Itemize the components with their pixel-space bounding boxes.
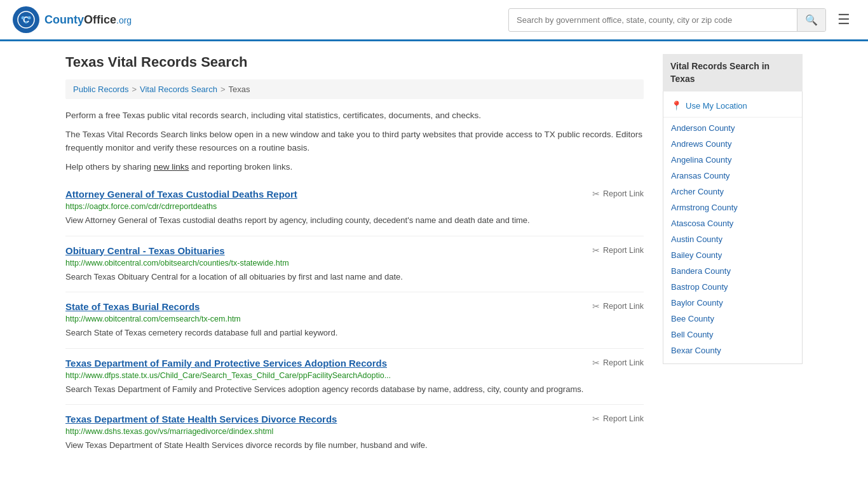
list-item: Archer County (663, 184, 802, 200)
list-item: Bee County (663, 311, 802, 327)
county-link-2[interactable]: Angelina County (663, 152, 802, 168)
sidebar: Vital Records Search in Texas 📍 Use My L… (663, 54, 803, 461)
breadcrumb-texas: Texas (229, 85, 250, 94)
report-link-button-4[interactable]: ✂ Report Link (592, 414, 644, 424)
county-link-5[interactable]: Armstrong County (663, 200, 802, 215)
report-link-button-3[interactable]: ✂ Report Link (592, 358, 644, 368)
result-item: Attorney General of Texas Custodial Deat… (65, 180, 644, 236)
county-link-9[interactable]: Bandera County (663, 263, 802, 279)
result-url-2: http://www.obitcentral.com/cemsearch/tx-… (65, 315, 644, 323)
result-header: Texas Department of State Health Service… (65, 414, 644, 424)
result-header: Obituary Central - Texas Obituaries ✂ Re… (65, 245, 644, 256)
result-desc-2: Search State of Texas cemetery records d… (65, 327, 644, 339)
list-item: Anderson County (663, 120, 802, 136)
search-bar: 🔍 (508, 8, 826, 32)
list-item: Andrews County (663, 136, 802, 152)
county-link-4[interactable]: Archer County (663, 184, 802, 200)
county-link-7[interactable]: Austin County (663, 231, 802, 247)
header: C CountyOffice.org 🔍 ☰ (0, 0, 868, 41)
report-link-label-0: Report Link (603, 189, 644, 198)
result-title-4[interactable]: Texas Department of State Health Service… (65, 414, 337, 424)
result-desc-1: Search Texas Obituary Central for a loca… (65, 271, 644, 283)
county-list: Anderson CountyAndrews CountyAngelina Co… (663, 120, 802, 358)
svg-point-3 (28, 17, 31, 20)
svg-point-2 (22, 17, 25, 20)
list-item: Bastrop County (663, 279, 802, 295)
report-link-label-4: Report Link (603, 414, 644, 423)
county-link-12[interactable]: Bee County (663, 311, 802, 327)
result-title-0[interactable]: Attorney General of Texas Custodial Deat… (65, 189, 297, 200)
result-desc-4: View Texas Department of State Health Se… (65, 439, 644, 452)
search-icon: 🔍 (805, 15, 818, 25)
county-link-14[interactable]: Bexar County (663, 342, 802, 358)
county-link-0[interactable]: Anderson County (663, 120, 802, 136)
list-item: Armstrong County (663, 200, 802, 215)
header-right: 🔍 ☰ (508, 8, 855, 32)
county-link-11[interactable]: Baylor County (663, 295, 802, 311)
list-item: Baylor County (663, 295, 802, 311)
county-link-1[interactable]: Andrews County (663, 136, 802, 152)
result-header: Texas Department of Family and Protectiv… (65, 358, 644, 369)
list-item: Atascosa County (663, 215, 802, 231)
report-icon-3: ✂ (592, 358, 600, 368)
report-link-label-3: Report Link (603, 358, 644, 367)
breadcrumb-sep-2: > (220, 85, 226, 94)
main-container: Texas Vital Records Search Public Record… (53, 41, 815, 473)
breadcrumb: Public Records > Vital Records Search > … (65, 79, 644, 99)
search-input[interactable] (509, 10, 797, 30)
result-url-0: https://oagtx.force.com/cdr/cdrreportdea… (65, 202, 644, 211)
result-desc-0: View Attorney General of Texas custodial… (65, 214, 644, 227)
result-desc-3: Search Texas Department of Family and Pr… (65, 383, 644, 396)
result-url-4: http://www.dshs.texas.gov/vs/marriagediv… (65, 427, 644, 436)
report-link-button-1[interactable]: ✂ Report Link (592, 245, 644, 255)
breadcrumb-vital-records[interactable]: Vital Records Search (140, 85, 217, 94)
county-link-6[interactable]: Atascosa County (663, 215, 802, 231)
result-header: State of Texas Burial Records ✂ Report L… (65, 301, 644, 312)
report-icon-0: ✂ (592, 189, 600, 199)
breadcrumb-sep-1: > (132, 85, 137, 94)
hamburger-icon: ☰ (837, 11, 850, 27)
search-button[interactable]: 🔍 (797, 9, 825, 31)
result-title-3[interactable]: Texas Department of Family and Protectiv… (65, 358, 387, 369)
list-item: Bell County (663, 327, 802, 342)
svg-point-4 (25, 21, 27, 24)
new-links-link[interactable]: new links (154, 162, 189, 172)
result-title-2[interactable]: State of Texas Burial Records (65, 301, 200, 312)
result-header: Attorney General of Texas Custodial Deat… (65, 189, 644, 200)
site-logo-icon: C (13, 6, 39, 33)
report-link-label-1: Report Link (603, 246, 644, 255)
county-link-3[interactable]: Aransas County (663, 168, 802, 184)
sidebar-title: Vital Records Search in Texas (663, 54, 803, 92)
logo-text: CountyOffice.org (44, 13, 132, 27)
county-link-13[interactable]: Bell County (663, 327, 802, 342)
result-item: Texas Department of State Health Service… (65, 405, 644, 461)
list-item: Austin County (663, 231, 802, 247)
sidebar-body: 📍 Use My Location Anderson CountyAndrews… (663, 92, 803, 364)
report-icon-4: ✂ (592, 414, 600, 424)
intro-text-3: Help others by sharing new links and rep… (65, 161, 644, 173)
county-link-8[interactable]: Bailey County (663, 247, 802, 263)
result-url-3: http://www.dfps.state.tx.us/Child_Care/S… (65, 371, 644, 380)
list-item: Aransas County (663, 168, 802, 184)
use-my-location-link[interactable]: Use My Location (686, 101, 747, 111)
logo-office: Office (84, 13, 116, 26)
intro-text-1: Perform a free Texas public vital record… (65, 109, 644, 122)
list-item: Bailey County (663, 247, 802, 263)
logo-area: C CountyOffice.org (13, 6, 132, 33)
breadcrumb-public-records[interactable]: Public Records (73, 85, 128, 94)
report-icon-1: ✂ (592, 245, 600, 255)
result-item: Texas Department of Family and Protectiv… (65, 349, 644, 405)
menu-button[interactable]: ☰ (832, 9, 855, 30)
report-link-button-0[interactable]: ✂ Report Link (592, 189, 644, 199)
list-item: Bandera County (663, 263, 802, 279)
list-item: Bexar County (663, 342, 802, 358)
report-link-button-2[interactable]: ✂ Report Link (592, 301, 644, 311)
result-item: Obituary Central - Texas Obituaries ✂ Re… (65, 236, 644, 293)
report-icon-2: ✂ (592, 301, 600, 311)
result-url-1: http://www.obitcentral.com/obitsearch/co… (65, 259, 644, 268)
list-item: Angelina County (663, 152, 802, 168)
result-title-1[interactable]: Obituary Central - Texas Obituaries (65, 245, 225, 256)
county-link-10[interactable]: Bastrop County (663, 279, 802, 295)
page-title: Texas Vital Records Search (65, 54, 644, 71)
results-container: Attorney General of Texas Custodial Deat… (65, 180, 644, 461)
